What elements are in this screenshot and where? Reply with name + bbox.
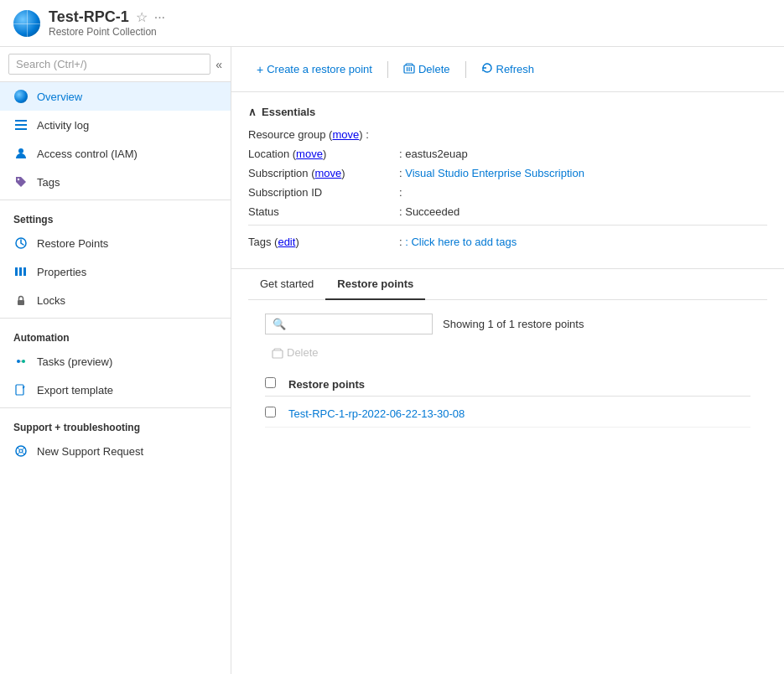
search-row: 🔍 Showing 1 of 1 restore points (265, 314, 750, 334)
refresh-icon (481, 62, 493, 76)
sidebar-item-locks[interactable]: Locks (0, 286, 231, 314)
plus-icon: + (257, 63, 263, 76)
essentials-tags-value: : : Click here to add tags (399, 236, 517, 248)
essentials-header[interactable]: ∧ Essentials (248, 106, 767, 118)
bars-icon (13, 264, 29, 279)
svg-point-4 (18, 179, 19, 180)
export-icon (13, 382, 29, 397)
tab-restore-points[interactable]: Restore points (325, 269, 425, 300)
essentials-section: ∧ Essentials Resource group (move) : Loc… (231, 92, 784, 269)
sidebar-search-container: « (0, 47, 231, 82)
page-subtitle: Restore Point Collection (49, 26, 165, 38)
sidebar-item-tags[interactable]: Tags (0, 168, 231, 196)
header-title-row: Test-RPC-1 ☆ ··· (49, 8, 165, 26)
sidebar-item-label: Activity log (37, 119, 89, 132)
toolbar-separator-2 (465, 61, 466, 78)
essentials-tags-label: Tags (edit) (248, 236, 399, 248)
trash-action-icon (272, 347, 283, 359)
svg-rect-1 (15, 124, 27, 126)
more-options-icon[interactable]: ··· (154, 10, 165, 25)
svg-rect-0 (15, 120, 27, 122)
svg-rect-9 (18, 300, 24, 305)
tags-edit-link[interactable]: edit (278, 236, 295, 248)
task-icon (13, 354, 29, 369)
essentials-subscription-label: Subscription (move) (248, 167, 399, 179)
automation-section-label: Automation (0, 322, 231, 347)
essentials-chevron-icon: ∧ (248, 106, 257, 118)
sidebar-item-label: Access control (IAM) (37, 148, 138, 160)
search-input-wrap: 🔍 (265, 314, 433, 334)
toolbar-separator-1 (387, 61, 388, 78)
globe-icon (13, 89, 29, 104)
essentials-location-value: : eastus2euap (399, 148, 468, 160)
user-icon (13, 146, 29, 161)
essentials-subscription-id-value: : (399, 186, 402, 199)
essentials-subscription-id-label: Subscription ID (248, 186, 399, 199)
sidebar-item-restore-points[interactable]: Restore Points (0, 229, 231, 257)
create-restore-point-button[interactable]: + Create a restore point (248, 58, 381, 81)
sidebar-item-label: Overview (37, 91, 82, 103)
main-content: + Create a restore point Delete Refresh (231, 47, 784, 674)
subscription-link[interactable]: Visual Studio Enterprise Subscription (405, 167, 584, 179)
restore-points-tab-content: 🔍 Showing 1 of 1 restore points Delete (248, 300, 767, 441)
search-input[interactable] (8, 54, 210, 75)
trash-icon (403, 62, 415, 76)
svg-point-11 (22, 360, 25, 363)
essentials-location-row: Location (move) : eastus2euap (248, 148, 767, 160)
sidebar-item-support-request[interactable]: New Support Request (0, 437, 231, 465)
restore-point-link[interactable]: Test-RPC-1-rp-2022-06-22-13-30-08 (288, 407, 465, 420)
main-layout: « Overview Activity log Access control (… (0, 47, 784, 674)
delete-button[interactable]: Delete (395, 57, 459, 81)
essentials-subscription-value: : Visual Studio Enterprise Subscription (399, 167, 584, 179)
delete-action-button[interactable]: Delete (265, 343, 325, 362)
sidebar-item-activity-log[interactable]: Activity log (0, 111, 231, 139)
toolbar: + Create a restore point Delete Refresh (231, 47, 784, 92)
table-header-name: Restore points (288, 378, 365, 391)
tabs-section: Get started Restore points 🔍 Showing 1 o… (231, 269, 784, 441)
sidebar-item-label: Tags (37, 176, 60, 189)
sidebar-divider-settings (0, 200, 231, 200)
essentials-tags-row: Tags (edit) : : Click here to add tags (248, 236, 767, 248)
support-section-label: Support + troubleshooting (0, 412, 231, 437)
sidebar-item-tasks[interactable]: Tasks (preview) (0, 347, 231, 376)
favorite-star-icon[interactable]: ☆ (136, 9, 148, 25)
tab-get-started[interactable]: Get started (248, 269, 325, 300)
sidebar-item-export[interactable]: Export template (0, 376, 231, 404)
svg-rect-8 (23, 267, 26, 276)
svg-point-13 (16, 446, 26, 456)
sidebar-item-access-control[interactable]: Access control (IAM) (0, 139, 231, 168)
essentials-resource-group-row: Resource group (move) : (248, 128, 767, 141)
svg-point-3 (18, 148, 23, 153)
subscription-move-link[interactable]: move (314, 167, 341, 179)
sidebar-item-properties[interactable]: Properties (0, 257, 231, 286)
sidebar-collapse-icon[interactable]: « (215, 58, 222, 71)
refresh-button[interactable]: Refresh (473, 57, 543, 81)
svg-rect-7 (19, 267, 22, 276)
essentials-location-label: Location (move) (248, 148, 399, 160)
sidebar-item-label: Locks (37, 294, 65, 307)
sidebar-item-label: New Support Request (37, 445, 143, 458)
lock-icon (13, 293, 29, 308)
svg-point-14 (19, 449, 23, 453)
sidebar-item-overview[interactable]: Overview (0, 82, 231, 111)
location-move-link[interactable]: move (296, 148, 323, 160)
restore-icon (13, 236, 29, 251)
essentials-status-label: Status (248, 205, 399, 218)
essentials-status-value: : Succeeded (399, 205, 459, 218)
svg-rect-2 (15, 128, 27, 130)
restore-points-search-input[interactable] (289, 318, 425, 330)
list-icon (13, 117, 29, 132)
sidebar-item-label: Restore Points (37, 237, 108, 250)
add-tags-link[interactable]: : Click here to add tags (405, 236, 517, 248)
sidebar-divider-automation (0, 318, 231, 319)
resource-group-move-link[interactable]: move (332, 128, 359, 141)
table-header-check (265, 377, 288, 391)
svg-rect-19 (273, 350, 283, 358)
essentials-status-row: Status : Succeeded (248, 205, 767, 218)
sidebar-divider-support (0, 407, 231, 408)
table-row: Test-RPC-1-rp-2022-06-22-13-30-08 (265, 400, 750, 428)
row-checkbox[interactable] (265, 407, 276, 417)
select-all-checkbox[interactable] (265, 377, 276, 388)
svg-rect-6 (15, 267, 18, 276)
sidebar-item-label: Tasks (preview) (37, 355, 112, 368)
